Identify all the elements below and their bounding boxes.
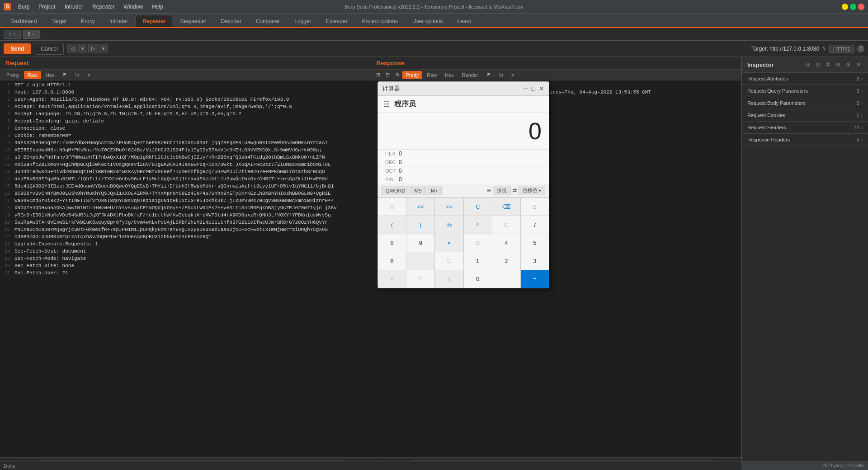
calc-btn-__-0-1[interactable]: << <box>406 198 434 216</box>
response-view-icon-2[interactable]: ⊕ <box>393 70 401 79</box>
nav-tab-project-options[interactable]: Project options <box>355 15 405 27</box>
target-label: Target: http://127.0.0.1:8080 <box>751 46 819 52</box>
request-line-8: 8Cookie: rememberMe= <box>0 133 371 140</box>
inspector-section-1[interactable]: Request Query Parameters 0 › <box>742 85 868 97</box>
menu-item-help[interactable]: Help <box>148 3 167 11</box>
inspector-split-icon[interactable]: ⊕ <box>834 61 842 69</box>
response-tab-2[interactable]: Hex <box>441 71 458 79</box>
calc-btn-6-3-3[interactable]: 6 <box>378 252 406 270</box>
calc-btn-C-0-3[interactable]: C <box>464 198 492 216</box>
minimize-button[interactable] <box>842 4 848 10</box>
nav-tab-proxy[interactable]: Proxy <box>74 15 102 27</box>
nav-tab-intruder[interactable]: Intruder <box>103 15 135 27</box>
edit-target-icon[interactable]: ✎ <box>822 46 826 52</box>
inspector-close-icon[interactable]: ✕ <box>854 61 863 69</box>
calc-close-button[interactable]: ✕ <box>539 85 544 92</box>
calc-btn-1-4-1[interactable]: 1 <box>464 252 492 270</box>
calc-btn-_-1-2[interactable]: ) <box>406 216 434 234</box>
calculator-menu-icon[interactable]: ☰ <box>383 100 390 108</box>
calc-btn-_-1-1[interactable]: ( <box>378 216 406 234</box>
cancel-button[interactable]: Cancel <box>35 43 63 55</box>
nav-tab-comparer[interactable]: Comparer <box>249 15 287 27</box>
http-version-badge[interactable]: HTTP/1 <box>829 45 854 53</box>
calc-rotate-button[interactable]: 位移位 ▾ <box>519 186 545 195</box>
request-tab-0[interactable]: Pretty <box>3 71 23 79</box>
response-tab-4[interactable]: ⚑ <box>483 70 495 79</box>
send-button[interactable]: Send <box>4 43 31 54</box>
menu-item-window[interactable]: Window <box>120 3 146 11</box>
inspector-view-icon2[interactable]: ⊟ <box>814 61 822 69</box>
calc-mplus-button[interactable]: M+ <box>427 186 442 195</box>
calc-btn-5-3-2[interactable]: 5 <box>521 234 549 252</box>
response-tab-6[interactable]: ≡ <box>508 71 518 79</box>
calc-btn-__-0-2[interactable]: >> <box>435 198 463 216</box>
prev-arrow-button[interactable]: ◁ <box>67 44 77 53</box>
request-tab-4[interactable]: \n <box>71 71 83 79</box>
close-button[interactable] <box>858 4 864 10</box>
nav-tab-repeater[interactable]: Repeater <box>136 15 172 27</box>
inspector-section-3[interactable]: Request Cookies 1 › <box>742 109 868 122</box>
line-content: AEE5ESxpbWdN8k:N3gM+PKs5nz/%o70CZXMuOf62… <box>13 147 371 155</box>
request-code-area[interactable]: 1GET /login HTTP/1.12Host: 127.0.0.1:808… <box>0 80 371 457</box>
inspector-section-5[interactable]: Response Headers 5 › <box>742 134 868 146</box>
inspector-settings-icon[interactable]: ⚙ <box>844 61 853 69</box>
request-line-17: 17WaS9VCmd6r0i8x2FYTtINETIS/vrD8aI8qOYu8… <box>0 198 371 205</box>
nav-tab-extender[interactable]: Extender <box>319 15 354 27</box>
calc-maximize-button[interactable]: □ <box>532 85 535 92</box>
response-tab-3[interactable]: Render <box>458 71 482 79</box>
request-tab-3[interactable]: ⚑ <box>59 70 71 79</box>
response-tab-1[interactable]: Raw <box>423 71 440 79</box>
calc-btn-_-1-4[interactable]: ÷ <box>464 216 492 234</box>
inspector-view-icon1[interactable]: ⊞ <box>804 61 812 69</box>
calc-btn-9-2-3[interactable]: 9 <box>406 234 434 252</box>
calc-btn-_-3-4[interactable]: − <box>406 252 434 270</box>
inspector-section-2[interactable]: Request Body Parameters 0 › <box>742 97 868 109</box>
menu-item-project[interactable]: Project <box>35 3 59 11</box>
nav-tab-decoder[interactable]: Decoder <box>214 15 248 27</box>
request-tab-2[interactable]: Hex <box>42 71 58 79</box>
nav-tab-sequencer[interactable]: Sequencer <box>173 15 213 27</box>
calc-bitwise-button[interactable]: 按位 <box>493 186 511 195</box>
history-dropdown2-button[interactable]: ▾ <box>99 44 108 53</box>
calc-ms-button[interactable]: MS <box>410 186 426 195</box>
calc-btn-_-5-1[interactable]: ± <box>435 270 463 288</box>
calc-qword-button[interactable]: QWORD <box>382 186 409 195</box>
nav-tab-user-options[interactable]: User options <box>406 15 449 27</box>
next-arrow-button[interactable]: ▷ <box>88 44 98 53</box>
response-tab-5[interactable]: \n <box>495 71 507 79</box>
response-view-icon-1[interactable]: ⊟ <box>383 70 392 79</box>
calc-btn-_-4-4[interactable]: + <box>378 270 406 288</box>
calc-btn-4-3-1[interactable]: 4 <box>492 234 520 252</box>
nav-tab-dashboard[interactable]: Dashboard <box>4 15 44 27</box>
calc-btn-_-1-3[interactable]: % <box>435 216 463 234</box>
line-content: Ju49hTahwKo5+hivdZRDwUqzIHi1BB10BxatwX8A… <box>13 169 371 176</box>
nav-tab-learn[interactable]: Learn <box>450 15 478 27</box>
history-dropdown-button[interactable]: ▾ <box>78 44 87 53</box>
request-tab-1[interactable]: Raw <box>24 71 41 79</box>
sub-tab-1[interactable]: 1 × <box>4 30 21 39</box>
nav-tab-target[interactable]: Target <box>45 15 73 27</box>
calc-btn-_-2-4[interactable]: × <box>435 234 463 252</box>
calc-btn-8-2-2[interactable]: 8 <box>378 234 406 252</box>
menu-item-repeater[interactable]: Repeater <box>89 3 118 11</box>
response-tab-0[interactable]: Pretty <box>402 71 423 79</box>
calc-btn-0-5-2[interactable]: 0 <box>464 270 492 288</box>
calc-btn-_-0-4[interactable]: ⌫ <box>492 198 520 216</box>
calc-btn-7-2-1[interactable]: 7 <box>521 216 549 234</box>
maximize-button[interactable] <box>850 4 856 10</box>
request-tab-5[interactable]: ≡ <box>84 71 94 79</box>
menu-item-intruder[interactable]: Intruder <box>61 3 87 11</box>
menu-item-burp[interactable]: Burp <box>14 3 33 11</box>
sub-tab-2[interactable]: 2 × <box>23 30 40 39</box>
inspector-section-0[interactable]: Request Attributes 2 › <box>742 73 868 85</box>
calc-minimize-button[interactable]: ─ <box>524 85 528 92</box>
response-view-icon-0[interactable]: ⊞ <box>374 70 382 79</box>
inspector-section-4[interactable]: Request Headers 12 › <box>742 122 868 134</box>
inspector-sort-icon[interactable]: ⇅ <box>824 61 832 69</box>
calc-btn-3-4-3[interactable]: 3 <box>521 252 549 270</box>
calc-btn-2-4-2[interactable]: 2 <box>492 252 520 270</box>
nav-tab-logger[interactable]: Logger <box>288 15 318 27</box>
add-tab-button[interactable]: ··· <box>42 30 52 39</box>
help-icon[interactable]: ? <box>857 45 864 52</box>
calc-btn-_-5-4[interactable]: = <box>521 270 549 288</box>
